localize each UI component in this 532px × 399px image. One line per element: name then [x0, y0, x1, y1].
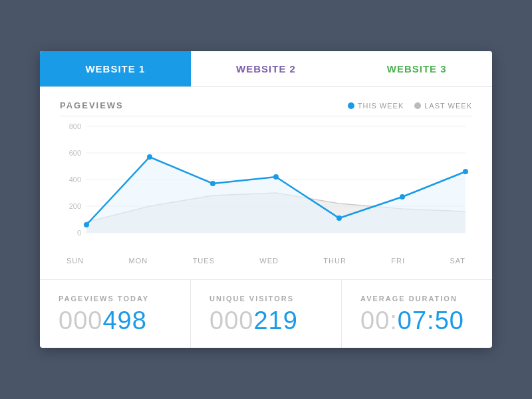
day-wed: WED	[259, 257, 279, 265]
stat-visitors-label: UNIQUE VISITORS	[209, 295, 323, 303]
dashboard-card: WEBSITE 1 WEBSITE 2 WEBSITE 3 PAGEVIEWS …	[40, 51, 492, 348]
day-mon: MON	[129, 257, 148, 265]
tab-website-2[interactable]: WEBSITE 2	[191, 51, 342, 86]
stat-pageviews-label: PAGEVIEWS TODAY	[59, 295, 172, 303]
stat-visitors-value: 000219	[209, 308, 323, 333]
stat-pageviews-number: 498	[102, 307, 146, 334]
svg-text:0: 0	[77, 229, 81, 237]
chart-divider	[60, 116, 472, 116]
stat-pageviews-zeros: 000	[59, 307, 102, 334]
day-fri: FRI	[391, 257, 405, 265]
chart-header: PAGEVIEWS THIS WEEK LAST WEEK	[60, 100, 472, 110]
svg-text:600: 600	[69, 149, 81, 157]
day-sat: SAT	[450, 257, 466, 265]
dot-mon	[147, 154, 152, 160]
day-sun: SUN	[66, 257, 84, 265]
chart-section: PAGEVIEWS THIS WEEK LAST WEEK	[40, 87, 492, 273]
day-tues: TUES	[193, 257, 215, 265]
legend-this-week: THIS WEEK	[348, 102, 404, 110]
stat-duration: AVERAGE DURATION 00:07:50	[341, 280, 492, 348]
stat-visitors-number: 219	[253, 307, 297, 334]
tab-bar: WEBSITE 1 WEBSITE 2 WEBSITE 3	[40, 51, 492, 87]
dot-tues	[210, 181, 215, 186]
tab-website-1[interactable]: WEBSITE 1	[40, 51, 191, 86]
dot-sat	[463, 169, 468, 174]
legend-last-week-label: LAST WEEK	[424, 102, 472, 110]
stat-duration-zeros: 00:	[360, 307, 398, 334]
svg-text:400: 400	[69, 176, 81, 184]
svg-text:200: 200	[69, 202, 81, 210]
stat-visitors-zeros: 000	[209, 307, 253, 334]
legend-dot-blue	[348, 102, 354, 109]
dot-thur	[336, 215, 342, 221]
stat-pageviews-value: 000498	[59, 308, 172, 333]
chart-legend: THIS WEEK LAST WEEK	[348, 102, 472, 110]
stats-row: PAGEVIEWS TODAY 000498 UNIQUE VISITORS 0…	[40, 279, 492, 348]
legend-this-week-label: THIS WEEK	[358, 102, 404, 110]
stat-duration-label: AVERAGE DURATION	[360, 295, 473, 303]
day-labels: SUN MON TUES WED THUR FRI SAT	[60, 257, 472, 265]
chart-canvas: 800 600 400 200 0	[60, 120, 472, 266]
day-thur: THUR	[323, 257, 346, 265]
dot-sun	[84, 222, 89, 227]
chart-title: PAGEVIEWS	[60, 100, 124, 110]
legend-dot-gray	[414, 102, 421, 109]
svg-text:800: 800	[69, 122, 81, 130]
stat-duration-value: 00:07:50	[360, 308, 473, 333]
stat-visitors: UNIQUE VISITORS 000219	[190, 280, 341, 348]
dot-fri	[400, 194, 405, 200]
dot-wed	[273, 174, 279, 180]
stat-pageviews: PAGEVIEWS TODAY 000498	[40, 280, 190, 348]
legend-last-week: LAST WEEK	[414, 102, 472, 110]
stat-duration-number: 07:50	[398, 307, 464, 334]
chart-svg: 800 600 400 200 0	[60, 120, 472, 253]
tab-website-3[interactable]: WEBSITE 3	[341, 51, 492, 86]
